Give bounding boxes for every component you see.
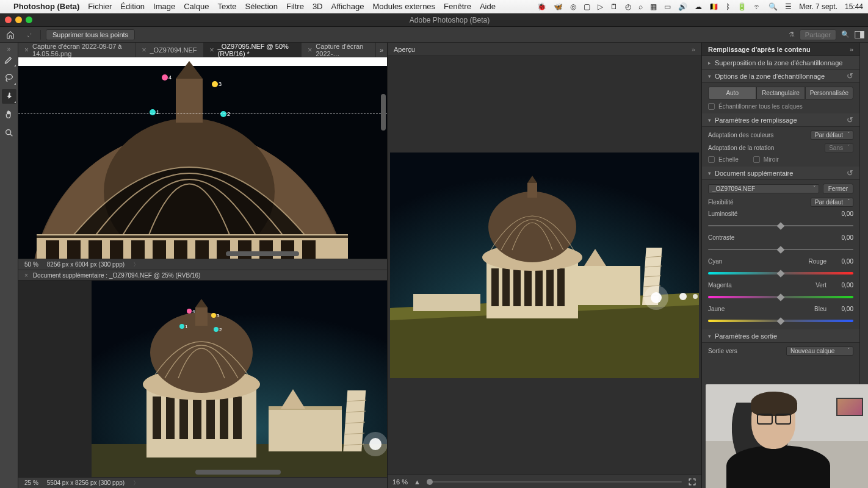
preview-tab[interactable]: Aperçu <box>394 46 415 53</box>
menu-modules[interactable]: Modules externes <box>372 2 435 11</box>
slider-value[interactable]: 0,00 <box>830 210 853 217</box>
sample-all-layers-checkbox[interactable]: Échantillonner tous les calques <box>708 103 853 110</box>
status-cloud-icon[interactable]: ☁ <box>695 2 702 11</box>
close-icon[interactable]: × <box>24 272 28 279</box>
beaker-icon[interactable]: ⚗ <box>789 30 795 38</box>
status-note-icon[interactable]: 🗒 <box>610 2 618 11</box>
canvas-top[interactable]: 1 2 3 4 50 % 8256 px x 6004 px (300 ppp)… <box>18 57 387 270</box>
window-close-button[interactable] <box>5 16 12 23</box>
reset-icon[interactable]: ↺ <box>847 168 853 178</box>
tool-pin[interactable] <box>2 89 16 104</box>
menu-image[interactable]: Image <box>153 2 175 11</box>
status-sync-icon[interactable]: ◎ <box>570 2 576 11</box>
section-output[interactable]: ▾ Paramètres de sortie <box>702 329 859 343</box>
menu-filtre[interactable]: Filtre <box>286 2 304 11</box>
search-icon[interactable]: 🔍 <box>841 30 850 38</box>
doc-tab-3[interactable]: ×Capture d'écran 2022-… <box>302 43 376 57</box>
panel-menu-icon[interactable]: » <box>850 46 853 53</box>
tool-lasso[interactable] <box>2 71 16 85</box>
close-icon[interactable]: × <box>24 46 29 54</box>
slider-value[interactable]: 0,00 <box>830 282 853 289</box>
tool-zoom[interactable] <box>2 126 16 140</box>
doc-tab-2[interactable]: ×_OZ97095.NEF @ 50% (RVB/16) * <box>204 43 302 57</box>
status-spotlight-icon[interactable]: 🔍 <box>769 2 778 11</box>
menu-edition[interactable]: Édition <box>120 2 145 11</box>
close-icon[interactable]: × <box>142 46 146 54</box>
status-flag-icon[interactable]: 🇧🇪 <box>709 2 718 11</box>
menu-affichage[interactable]: Affichage <box>331 2 364 11</box>
zoom-value[interactable]: 50 % <box>24 261 38 268</box>
status-butterfly-icon[interactable]: 🦋 <box>554 2 563 11</box>
zoom-value[interactable]: 25 % <box>24 479 38 486</box>
tool-hand[interactable] <box>2 107 16 122</box>
menu-aide[interactable]: Aide <box>480 2 496 11</box>
preview-zoom-slider[interactable] <box>427 481 682 483</box>
tool-brush[interactable] <box>2 52 16 67</box>
status-grid-icon[interactable]: ▦ <box>650 2 657 11</box>
section-fill-params[interactable]: ▾ Paramètres de remplissage ↺ <box>702 113 859 127</box>
menubar-date[interactable]: Mer. 7 sept. <box>799 2 837 11</box>
contrast-slider[interactable] <box>708 246 853 253</box>
canvas-bottom[interactable]: 1 2 3 4 25 % 5504 px x 8256 px (300 ppp)… <box>18 281 387 488</box>
status-wifi-icon[interactable]: ᯤ <box>754 2 761 11</box>
workspace-icon[interactable] <box>855 30 864 39</box>
color-adapt-dropdown[interactable]: Par défaut <box>811 131 853 140</box>
section-sampling-options[interactable]: ▾ Options de la zone d'échantillonnage ↺ <box>702 70 859 83</box>
section-overlay[interactable]: ▸ Superposition de la zone d'échantillon… <box>702 56 859 70</box>
reset-icon[interactable]: ↺ <box>847 115 853 124</box>
yellow-blue-slider[interactable] <box>708 317 853 325</box>
slider-value[interactable]: 0,00 <box>830 258 853 265</box>
remove-all-points-button[interactable]: Supprimer tous les points <box>46 29 135 40</box>
chevron-right-icon[interactable]: 〉 <box>133 479 139 487</box>
preview-zoom-value[interactable]: 16 % <box>392 478 408 486</box>
menu-selection[interactable]: Sélection <box>245 2 278 11</box>
menu-fichier[interactable]: Fichier <box>88 2 112 11</box>
status-binoc-icon[interactable]: ⌕ <box>638 2 643 11</box>
status-play-icon[interactable]: ▷ <box>598 2 603 11</box>
flex-dropdown[interactable]: Par défaut <box>811 198 853 207</box>
chevron-right-icon[interactable]: 〉 <box>133 260 139 269</box>
mirror-checkbox[interactable]: Miroir <box>753 156 779 163</box>
slider-value[interactable]: 0,00 <box>830 306 853 312</box>
hscroll-thumb[interactable] <box>195 470 281 475</box>
output-dropdown[interactable]: Nouveau calque <box>786 346 853 356</box>
pin-button[interactable] <box>22 29 35 40</box>
section-sup-doc[interactable]: ▾ Document supplémentaire ↺ <box>702 167 859 180</box>
status-ladybug-icon[interactable]: 🐞 <box>537 2 546 11</box>
home-button[interactable] <box>4 29 17 40</box>
scale-checkbox[interactable]: Echelle <box>708 156 739 163</box>
luminosity-slider[interactable] <box>708 222 853 229</box>
triangle-icon[interactable]: ▲ <box>414 478 421 486</box>
hscroll-thumb[interactable] <box>226 251 299 256</box>
status-clock-icon[interactable]: ◴ <box>625 2 631 11</box>
menubar-time[interactable]: 15:44 <box>845 2 863 11</box>
app-name[interactable]: Photoshop (Beta) <box>13 2 79 11</box>
close-icon[interactable]: × <box>308 46 312 54</box>
status-sound-icon[interactable]: 🔊 <box>678 2 687 11</box>
menu-texte[interactable]: Texte <box>217 2 236 11</box>
window-minimize-button[interactable] <box>15 16 22 23</box>
cyan-red-slider[interactable] <box>708 270 853 277</box>
status-cc-icon[interactable]: ☰ <box>785 2 792 11</box>
window-zoom-button[interactable] <box>26 16 32 23</box>
seg-custom[interactable]: Personnalisée <box>805 87 853 99</box>
doc-tab-1[interactable]: ×_OZ97094.NEF <box>136 43 203 57</box>
vscroll-thumb[interactable] <box>381 94 386 131</box>
reset-icon[interactable]: ↺ <box>847 71 853 81</box>
fullscreen-icon[interactable] <box>688 478 696 486</box>
horizontal-guide[interactable] <box>18 113 387 113</box>
magenta-green-slider[interactable] <box>708 293 853 301</box>
menu-3d[interactable]: 3D <box>313 2 323 11</box>
status-battery-icon[interactable]: 🔋 <box>737 2 747 11</box>
close-supdoc-button[interactable]: Fermer <box>823 184 853 194</box>
panel-menu-icon[interactable]: » <box>692 46 695 53</box>
menu-fenetre[interactable]: Fenêtre <box>444 2 471 11</box>
close-icon[interactable]: × <box>210 46 214 54</box>
rotation-dropdown[interactable]: Sans <box>825 143 853 152</box>
menu-calque[interactable]: Calque <box>184 2 209 11</box>
tabs-overflow-icon[interactable]: » <box>376 43 387 57</box>
supdoc-dropdown[interactable]: _OZ97094.NEF <box>708 184 819 193</box>
preview-area[interactable] <box>388 56 701 475</box>
doc-tab-0[interactable]: ×Capture d'écran 2022-09-07 à 14.05.56.p… <box>18 43 136 57</box>
slider-value[interactable]: 0,00 <box>830 234 853 241</box>
